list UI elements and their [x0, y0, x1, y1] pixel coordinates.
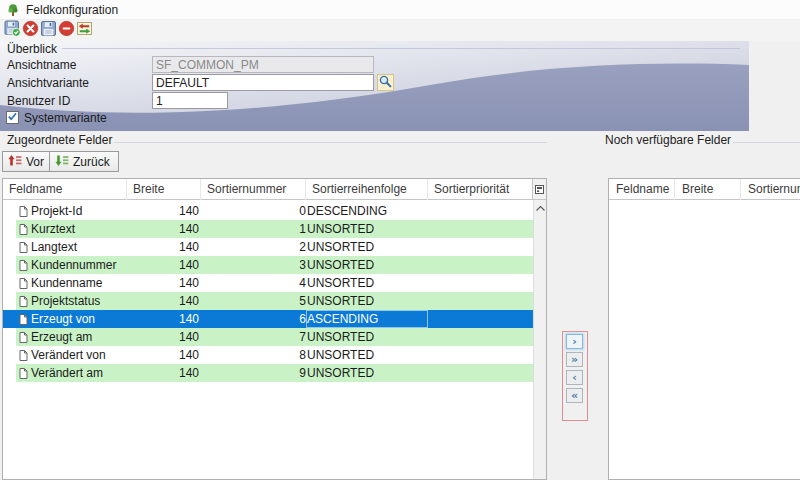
row-indicator [3, 238, 16, 256]
cell-sortiernummer: 0 [201, 202, 306, 220]
benutzer-id-label: Benutzer ID [7, 94, 70, 108]
scroll-up-button[interactable] [534, 200, 546, 214]
table-row[interactable]: Kundenname1404UNSORTED [3, 274, 533, 292]
checkmark-icon [7, 111, 18, 125]
cell-feldname: Projektstatus [16, 292, 127, 310]
save-accept-button[interactable] [3, 21, 21, 39]
table-row[interactable]: Langtext1402UNSORTED [3, 238, 533, 256]
feldname-text: Erzeugt von [31, 310, 95, 328]
available-caption: Noch verfügbare Felder [605, 133, 731, 147]
move-all-left-button[interactable]: « [566, 388, 583, 403]
available-table-body [609, 202, 794, 479]
cell-sortierreihenfolge: DESCENDING [306, 202, 428, 220]
move-left-button[interactable]: ‹ [566, 370, 583, 385]
column-header[interactable]: Feldname [609, 179, 675, 200]
document-icon [19, 314, 28, 325]
wave-background [0, 41, 749, 131]
row-indicator [3, 364, 16, 382]
document-icon [19, 278, 28, 289]
cell-feldname: Kundennummer [16, 256, 127, 274]
column-header[interactable]: Sortierreihenfolge [306, 179, 428, 200]
document-icon [19, 260, 28, 271]
cell-sortierprioritaet [428, 202, 533, 220]
overview-caption: Überblick [7, 42, 57, 56]
cell-sortierreihenfolge: ASCENDING [306, 310, 428, 328]
cell-sortierprioritaet [428, 346, 533, 364]
systemvariante-checkbox[interactable] [6, 111, 19, 124]
feldname-text: Kundenname [31, 274, 102, 292]
cancel-button[interactable] [21, 21, 39, 39]
cell-breite: 140 [127, 292, 201, 310]
table-row[interactable]: Erzeugt von1406ASCENDING [3, 310, 533, 328]
cell-sortierreihenfolge: UNSORTED [306, 256, 428, 274]
document-icon [19, 368, 28, 379]
vor-button[interactable]: Vor [2, 151, 53, 172]
cell-sortierreihenfolge: UNSORTED [306, 220, 428, 238]
cell-breite: 140 [127, 220, 201, 238]
floppy-disk-icon [40, 20, 57, 40]
cell-sortierreihenfolge: UNSORTED [306, 238, 428, 256]
column-header[interactable]: Breite [675, 179, 741, 200]
cell-sortierreihenfolge: UNSORTED [306, 274, 428, 292]
move-all-right-button[interactable]: » [566, 352, 583, 367]
feldname-text: Kundennummer [31, 256, 116, 274]
document-icon [19, 296, 28, 307]
move-up-icon [8, 154, 22, 170]
table-row[interactable]: Verändert am1409UNSORTED [3, 364, 533, 382]
document-icon [19, 224, 28, 235]
save-button[interactable] [39, 21, 57, 39]
row-indicator [3, 310, 16, 328]
cell-breite: 140 [127, 274, 201, 292]
ansichtvariante-input[interactable] [152, 74, 374, 91]
row-indicator [3, 202, 16, 220]
groupbox-line [62, 48, 740, 49]
cell-feldname: Erzeugt am [16, 328, 127, 346]
feldkonfiguration-window: Feldkonfiguration [0, 0, 800, 480]
table-row[interactable]: Projekt-Id1400DESCENDING [3, 202, 533, 220]
column-header[interactable]: Feldname [3, 179, 127, 200]
vertical-scrollbar[interactable] [533, 200, 546, 479]
document-icon [19, 350, 28, 361]
table-row[interactable]: Projektstatus1405UNSORTED [3, 292, 533, 310]
move-right-button[interactable]: › [566, 334, 583, 349]
red-circle-minus-icon [58, 20, 75, 40]
row-indicator [3, 256, 16, 274]
grid-customize-button[interactable] [532, 179, 546, 200]
zurueck-button[interactable]: Zurück [49, 151, 119, 172]
column-header[interactable]: Sortiernummer [741, 179, 800, 200]
benutzer-id-input[interactable] [152, 92, 228, 109]
chevron-up-icon [536, 200, 545, 214]
table-row[interactable]: Verändert von1408UNSORTED [3, 346, 533, 364]
column-header[interactable]: Sortiernummer [201, 179, 306, 200]
transfer-button[interactable] [75, 21, 93, 39]
floppy-disk-check-icon [4, 20, 21, 40]
cell-breite: 140 [127, 238, 201, 256]
feldname-text: Kurztext [31, 220, 75, 238]
document-icon [19, 332, 28, 343]
cell-sortierprioritaet [428, 274, 533, 292]
cell-sortierreihenfolge: UNSORTED [306, 364, 428, 382]
column-header[interactable]: Sortierpriorität [428, 179, 534, 200]
cell-sortiernummer: 1 [201, 220, 306, 238]
table-row[interactable]: Kurztext1401UNSORTED [3, 220, 533, 238]
cell-feldname: Verändert am [16, 364, 127, 382]
cell-breite: 140 [127, 346, 201, 364]
search-button[interactable] [377, 74, 394, 91]
ansichtvariante-label: Ansichtvariante [7, 76, 89, 90]
cell-sortierprioritaet [428, 292, 533, 310]
toolbar [0, 20, 800, 41]
available-header: FeldnameBreiteSortiernummer [609, 179, 800, 200]
row-indicator [3, 220, 16, 238]
available-table: FeldnameBreiteSortiernummer [608, 178, 800, 480]
cell-sortierreihenfolge: UNSORTED [306, 292, 428, 310]
groupbox-line [114, 142, 547, 143]
delete-button[interactable] [57, 21, 75, 39]
table-row[interactable]: Kundennummer1403UNSORTED [3, 256, 533, 274]
red-circle-x-icon [22, 20, 39, 40]
table-row[interactable]: Erzeugt am1407UNSORTED [3, 328, 533, 346]
cell-sortiernummer: 3 [201, 256, 306, 274]
cell-feldname: Kundenname [16, 274, 127, 292]
column-header[interactable]: Breite [127, 179, 201, 200]
magnifier-icon [378, 74, 393, 92]
vor-button-label: Vor [26, 155, 44, 169]
